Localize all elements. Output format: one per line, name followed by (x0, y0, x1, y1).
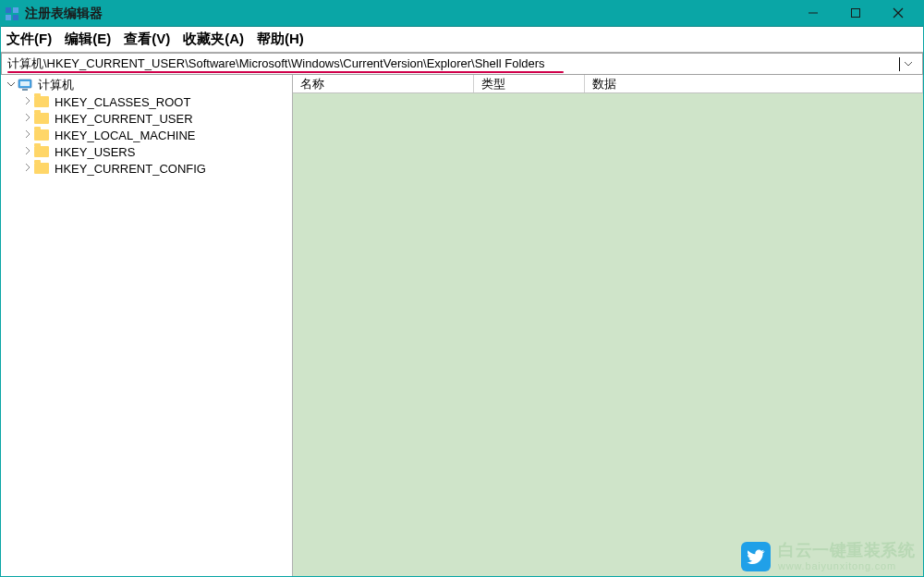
folder-icon (34, 161, 49, 176)
svg-rect-1 (13, 7, 18, 13)
column-type[interactable]: 类型 (474, 75, 585, 92)
watermark-bird-icon (741, 542, 771, 571)
svg-rect-5 (852, 9, 860, 18)
tree-hive-label: HKEY_USERS (55, 145, 135, 159)
menu-file[interactable]: 文件(F) (6, 31, 52, 48)
tree-pane[interactable]: 计算机 HKEY_CLASSES_ROOT HKEY_CURRENT_USER (1, 75, 293, 576)
minimize-button[interactable] (792, 1, 834, 27)
chevron-right-icon[interactable] (21, 163, 34, 174)
tree-hive-label: HKEY_CURRENT_USER (55, 112, 193, 126)
chevron-right-icon[interactable] (21, 113, 34, 124)
svg-rect-3 (13, 15, 18, 20)
menu-view[interactable]: 查看(V) (124, 31, 170, 48)
addressbar[interactable]: 计算机\HKEY_CURRENT_USER\Software\Microsoft… (1, 53, 923, 75)
addressbar-dropdown-icon[interactable] (900, 57, 917, 71)
tree-hive-label: HKEY_CLASSES_ROOT (55, 95, 190, 109)
tree-hive-hkcr[interactable]: HKEY_CLASSES_ROOT (1, 93, 292, 110)
addressbar-path: 计算机\HKEY_CURRENT_USER\Software\Microsoft… (7, 55, 898, 72)
tree-root-computer[interactable]: 计算机 (1, 77, 292, 93)
window: 注册表编辑器 文件(F) 编辑(E) 查看(V) 收藏夹(A) 帮助( (0, 0, 924, 577)
minimize-icon (808, 6, 819, 21)
close-icon (893, 6, 904, 21)
menubar: 文件(F) 编辑(E) 查看(V) 收藏夹(A) 帮助(H) (1, 27, 923, 53)
folder-icon (34, 144, 49, 159)
tree-hive-hku[interactable]: HKEY_USERS (1, 143, 292, 160)
folder-icon (34, 128, 49, 142)
tree-hive-hkcu[interactable]: HKEY_CURRENT_USER (1, 110, 292, 127)
list-header: 名称 类型 数据 (293, 75, 923, 93)
tree-hive-label: HKEY_CURRENT_CONFIG (55, 162, 206, 176)
tree-root-label: 计算机 (38, 77, 74, 93)
column-name[interactable]: 名称 (293, 75, 474, 92)
watermark-text: 白云一键重装系统 www.baiyunxitong.com (778, 542, 915, 571)
window-title: 注册表编辑器 (25, 6, 103, 22)
menu-help[interactable]: 帮助(H) (257, 31, 304, 48)
folder-icon (34, 111, 49, 126)
list-body[interactable] (293, 93, 923, 576)
computer-icon (18, 78, 32, 92)
chevron-right-icon[interactable] (21, 146, 34, 157)
watermark-line1: 白云一键重装系统 (778, 542, 915, 560)
menu-edit[interactable]: 编辑(E) (65, 31, 111, 48)
list-pane: 名称 类型 数据 (293, 75, 923, 576)
tree-hive-hkcc[interactable]: HKEY_CURRENT_CONFIG (1, 160, 292, 177)
titlebar: 注册表编辑器 (1, 1, 923, 27)
chevron-right-icon[interactable] (21, 96, 34, 107)
chevron-down-icon[interactable] (5, 80, 18, 91)
column-data[interactable]: 数据 (585, 75, 923, 92)
watermark-line2: www.baiyunxitong.com (778, 560, 915, 571)
svg-rect-9 (20, 81, 30, 86)
svg-rect-10 (22, 89, 28, 91)
maximize-button[interactable] (834, 1, 877, 27)
svg-rect-2 (6, 15, 11, 20)
menu-favorites[interactable]: 收藏夹(A) (183, 31, 244, 48)
watermark: 白云一键重装系统 www.baiyunxitong.com (741, 542, 915, 571)
tree-hive-hklm[interactable]: HKEY_LOCAL_MACHINE (1, 127, 292, 143)
svg-rect-0 (6, 7, 11, 13)
app-icon (5, 6, 19, 21)
folder-icon (34, 94, 49, 109)
close-button[interactable] (877, 1, 919, 27)
tree-hive-label: HKEY_LOCAL_MACHINE (55, 129, 195, 142)
workspace: 计算机 HKEY_CLASSES_ROOT HKEY_CURRENT_USER (1, 75, 923, 576)
maximize-icon (850, 6, 861, 21)
addressbar-highlight (7, 71, 564, 73)
chevron-right-icon[interactable] (21, 129, 34, 141)
